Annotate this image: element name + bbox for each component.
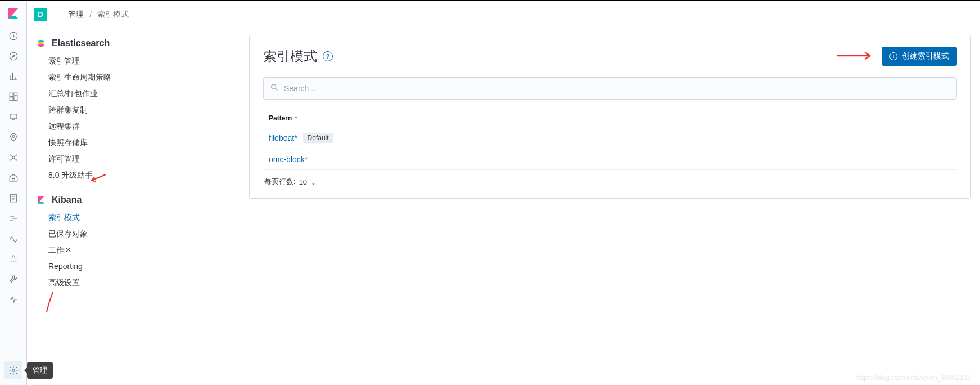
svg-point-18 bbox=[38, 44, 44, 47]
monitoring-icon[interactable] bbox=[4, 290, 22, 308]
index-patterns-panel: 索引模式 ? + 创建索引模式 Pattern bbox=[249, 35, 971, 199]
index-pattern-link[interactable]: filebeat* bbox=[269, 133, 297, 142]
rows-per-page-selector[interactable]: 每页行数: 10 ⌄ bbox=[263, 170, 957, 187]
svg-rect-5 bbox=[10, 97, 13, 101]
main-topbar bbox=[249, 1, 980, 28]
divider bbox=[60, 9, 60, 20]
recently-viewed-icon[interactable] bbox=[4, 27, 22, 45]
breadcrumb-separator: / bbox=[89, 10, 92, 19]
svg-rect-2 bbox=[10, 93, 13, 96]
canvas-icon[interactable] bbox=[4, 108, 22, 126]
table-row: omc-block* bbox=[263, 149, 957, 170]
section-heading-elasticsearch: Elasticsearch bbox=[36, 38, 240, 48]
management-sidebar: Elasticsearch 索引管理 索引生命周期策略 汇总/打包作业 跨群集复… bbox=[27, 28, 249, 312]
sidebar-item-advanced-settings[interactable]: 高级设置 bbox=[48, 275, 240, 291]
svg-rect-6 bbox=[10, 114, 17, 119]
svg-point-7 bbox=[12, 136, 15, 138]
svg-point-19 bbox=[272, 84, 276, 89]
elasticsearch-icon bbox=[36, 38, 46, 48]
svg-rect-3 bbox=[13, 93, 17, 95]
sidebar-item-remote-clusters[interactable]: 远程集群 bbox=[48, 118, 240, 135]
svg-point-12 bbox=[16, 159, 17, 160]
visualize-icon[interactable] bbox=[4, 68, 22, 86]
sidebar-item-index-management[interactable]: 索引管理 bbox=[48, 53, 240, 69]
svg-point-15 bbox=[12, 369, 15, 372]
page-title: 索引模式 bbox=[263, 47, 317, 65]
sidebar-item-index-patterns[interactable]: 索引模式 bbox=[48, 209, 240, 226]
chevron-down-icon: ⌄ bbox=[310, 178, 317, 186]
section-heading-kibana: Kibana bbox=[36, 195, 240, 205]
plus-circle-icon: + bbox=[889, 52, 897, 60]
nav-rail: 管理 bbox=[0, 1, 27, 385]
sidebar-item-rollup[interactable]: 汇总/打包作业 bbox=[48, 86, 240, 102]
svg-rect-14 bbox=[11, 258, 16, 262]
uptime-icon[interactable] bbox=[4, 230, 22, 248]
svg-point-1 bbox=[10, 52, 17, 60]
sidebar-item-reporting[interactable]: Reporting bbox=[48, 258, 240, 275]
help-icon[interactable]: ? bbox=[323, 51, 333, 61]
sidebar-item-license[interactable]: 许可管理 bbox=[48, 151, 240, 167]
dev-tools-icon[interactable] bbox=[4, 270, 22, 288]
table-row: filebeat* Default bbox=[263, 127, 957, 149]
svg-point-9 bbox=[10, 155, 11, 156]
sidebar-item-snapshot-repos[interactable]: 快照存储库 bbox=[48, 135, 240, 151]
svg-rect-4 bbox=[13, 96, 17, 101]
discover-icon[interactable] bbox=[4, 47, 22, 65]
breadcrumb-current: 索引模式 bbox=[97, 10, 129, 20]
breadcrumb: 管理 / 索引模式 bbox=[68, 10, 129, 20]
apm-icon[interactable] bbox=[4, 209, 22, 227]
sidebar-item-saved-objects[interactable]: 已保存对象 bbox=[48, 226, 240, 242]
index-pattern-link[interactable]: omc-block* bbox=[269, 155, 308, 164]
space-selector[interactable]: D bbox=[34, 8, 47, 21]
sort-asc-icon: ↑ bbox=[294, 114, 297, 122]
svg-point-11 bbox=[10, 159, 11, 160]
watermark: https://blog.csdn.net/weixin_38652136 bbox=[856, 374, 971, 382]
logs-icon[interactable] bbox=[4, 189, 22, 207]
breadcrumb-root[interactable]: 管理 bbox=[68, 10, 84, 20]
maps-icon[interactable] bbox=[4, 128, 22, 146]
svg-point-10 bbox=[16, 155, 17, 156]
default-badge: Default bbox=[303, 133, 333, 143]
dashboard-icon[interactable] bbox=[4, 88, 22, 106]
infrastructure-icon[interactable] bbox=[4, 169, 22, 187]
column-header-pattern: Pattern bbox=[269, 114, 292, 122]
sidebar-item-ilm[interactable]: 索引生命周期策略 bbox=[48, 69, 240, 86]
table-header[interactable]: Pattern ↑ bbox=[263, 110, 957, 127]
ml-icon[interactable] bbox=[4, 149, 22, 167]
kibana-logo-icon[interactable] bbox=[7, 7, 20, 20]
management-icon[interactable]: 管理 bbox=[4, 361, 22, 379]
kibana-icon bbox=[36, 195, 46, 205]
topbar: D 管理 / 索引模式 bbox=[27, 1, 249, 28]
create-index-pattern-button[interactable]: + 创建索引模式 bbox=[882, 47, 957, 66]
siem-icon[interactable] bbox=[4, 250, 22, 268]
sidebar-item-spaces[interactable]: 工作区 bbox=[48, 242, 240, 258]
index-pattern-table: Pattern ↑ filebeat* Default omc-block* bbox=[263, 110, 957, 170]
sidebar-item-ccr[interactable]: 跨群集复制 bbox=[48, 102, 240, 118]
tooltip: 管理 bbox=[27, 362, 53, 379]
search-input[interactable] bbox=[263, 77, 957, 100]
sidebar-item-upgrade-assistant[interactable]: 8.0 升级助手 bbox=[48, 167, 240, 183]
search-icon bbox=[270, 83, 279, 94]
annotation-arrow-icon bbox=[39, 290, 56, 312]
